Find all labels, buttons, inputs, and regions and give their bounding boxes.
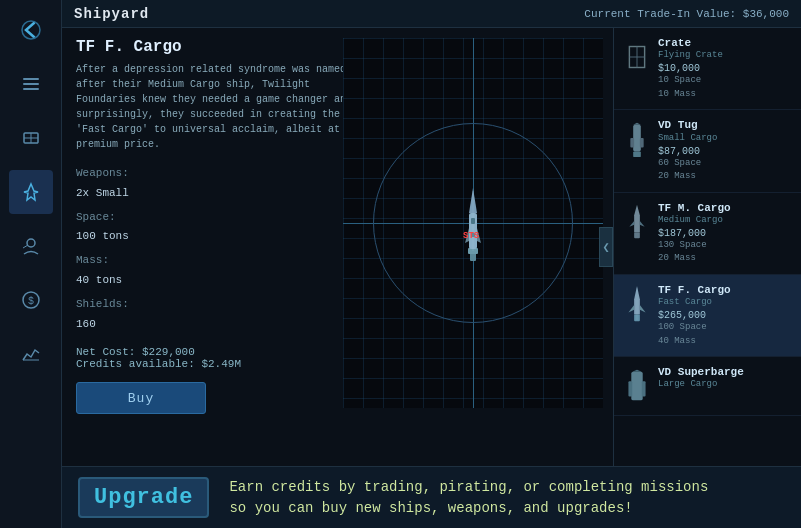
svg-marker-30: [634, 204, 640, 232]
collapse-arrow-icon: ❮: [602, 240, 609, 255]
ship-item-info: CrateFlying Crate$10,00010 Space 10 Mass: [658, 36, 791, 101]
ship-item-info: VD TugSmall Cargo$87,00060 Space 20 Mass: [658, 118, 791, 183]
shields-stat: Shields: 160: [76, 295, 328, 335]
ship-thumbnail: [624, 118, 650, 160]
svg-marker-32: [629, 221, 634, 227]
ship-item-info: VD SuperbargeLarge Cargo: [658, 365, 791, 392]
svg-rect-39: [631, 372, 642, 401]
ship-thumbnail: [624, 365, 650, 407]
sts-label: STS: [463, 231, 479, 241]
mass-stat: Mass: 40 tons: [76, 251, 328, 291]
ship-item-name: TF M. Cargo: [658, 201, 791, 215]
ship-item-price: $265,000: [658, 310, 791, 321]
svg-marker-36: [628, 305, 634, 313]
sidebar: $: [0, 0, 62, 528]
ship-thumbnail: [624, 283, 650, 325]
ship-list-item[interactable]: TF F. CargoFast Cargo$265,000100 Space 4…: [614, 275, 801, 357]
svg-point-8: [27, 239, 35, 247]
sidebar-menu-icon[interactable]: [9, 62, 53, 106]
page-title: Shipyard: [74, 6, 149, 22]
ship-item-type: Fast Cargo: [658, 297, 791, 307]
main-panel: Shipyard Current Trade-In Value: $36,000…: [62, 0, 801, 528]
ship-item-type: Flying Crate: [658, 50, 791, 60]
ship-thumbnail: [624, 201, 650, 243]
sidebar-stats-icon[interactable]: [9, 332, 53, 376]
buy-button[interactable]: Buy: [76, 382, 206, 414]
ship-item-info: TF F. CargoFast Cargo$265,000100 Space 4…: [658, 283, 791, 348]
space-stat: Space: 100 tons: [76, 208, 328, 248]
ship-description: After a depression related syndrome was …: [76, 62, 356, 152]
svg-rect-25: [633, 125, 641, 152]
svg-rect-20: [471, 218, 475, 224]
svg-rect-27: [630, 138, 634, 148]
svg-marker-33: [640, 221, 645, 227]
svg-marker-40: [632, 370, 642, 372]
ship-item-name: VD Tug: [658, 118, 791, 132]
svg-marker-7: [24, 184, 38, 200]
ship-viewport: STS: [343, 38, 603, 408]
ship-item-price: $187,000: [658, 228, 791, 239]
ship-list-item[interactable]: VD SuperbargeLarge Cargo: [614, 357, 801, 416]
ship-list-item[interactable]: TF M. CargoMedium Cargo$187,000130 Space…: [614, 193, 801, 275]
svg-rect-41: [628, 381, 632, 396]
trade-in-value: Current Trade-In Value: $36,000: [584, 8, 789, 20]
grid-background: STS: [343, 38, 603, 408]
svg-rect-31: [634, 232, 640, 238]
ship-item-type: Large Cargo: [658, 379, 791, 389]
ship-thumbnail: [624, 36, 650, 78]
ship-item-price: $87,000: [658, 146, 791, 157]
ship-item-stats: 60 Space 20 Mass: [658, 157, 791, 184]
svg-marker-37: [640, 305, 646, 313]
svg-rect-1: [23, 78, 39, 80]
svg-marker-26: [633, 123, 641, 125]
svg-rect-13: [470, 253, 476, 261]
collapse-button[interactable]: ❮: [599, 227, 613, 267]
ship-item-name: Crate: [658, 36, 791, 50]
header: Shipyard Current Trade-In Value: $36,000: [62, 0, 801, 28]
sidebar-cargo-icon[interactable]: [9, 116, 53, 160]
svg-rect-3: [23, 88, 39, 90]
ship-svg: [464, 183, 482, 263]
ship-item-type: Medium Cargo: [658, 215, 791, 225]
ship-item-price: $10,000: [658, 63, 791, 74]
svg-rect-2: [23, 83, 39, 85]
ship-item-name: TF F. Cargo: [658, 283, 791, 297]
sidebar-back-icon[interactable]: [9, 8, 53, 52]
sidebar-crew-icon[interactable]: [9, 224, 53, 268]
ship-item-stats: 10 Space 10 Mass: [658, 74, 791, 101]
ship-detail-panel: TF F. Cargo After a depression related s…: [62, 28, 613, 466]
sidebar-ship-icon[interactable]: [9, 170, 53, 214]
svg-rect-42: [642, 381, 646, 396]
svg-line-9: [23, 245, 28, 248]
sidebar-credits-icon[interactable]: $: [9, 278, 53, 322]
svg-rect-29: [633, 152, 641, 158]
ship-item-info: TF M. CargoMedium Cargo$187,000130 Space…: [658, 201, 791, 266]
bottom-bar: Upgrade Earn credits by trading, piratin…: [62, 466, 801, 528]
tip-text: Earn credits by trading, pirating, or co…: [229, 477, 708, 519]
ship-list-item[interactable]: CrateFlying Crate$10,00010 Space 10 Mass: [614, 28, 801, 110]
svg-text:$: $: [27, 296, 33, 307]
ship-item-stats: 100 Space 40 Mass: [658, 321, 791, 348]
ship-sprite: STS: [464, 183, 482, 263]
svg-rect-28: [640, 138, 644, 148]
ship-item-type: Small Cargo: [658, 133, 791, 143]
upgrade-badge: Upgrade: [78, 477, 209, 518]
ship-item-name: VD Superbarge: [658, 365, 791, 379]
ship-list-panel: CrateFlying Crate$10,00010 Space 10 Mass…: [613, 28, 801, 466]
ship-item-stats: 130 Space 20 Mass: [658, 239, 791, 266]
ship-list-item[interactable]: VD TugSmall Cargo$87,00060 Space 20 Mass: [614, 110, 801, 192]
content-row: TF F. Cargo After a depression related s…: [62, 28, 801, 466]
weapons-stat: Weapons: 2x Small: [76, 164, 328, 204]
